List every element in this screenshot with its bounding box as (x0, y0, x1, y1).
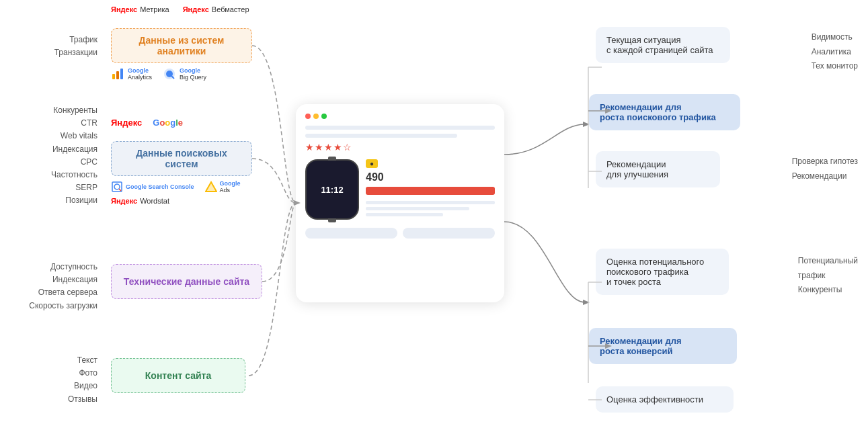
ads-icon (205, 181, 217, 193)
label-availability: Доступность (29, 261, 97, 273)
label-video: Видео (68, 380, 97, 392)
right-panel: Текущая ситуацияс каждой страницей сайта… (579, 0, 861, 428)
dot-green (321, 114, 327, 119)
mockup-stars: ★★★★☆ (305, 142, 495, 153)
right-box-4: Оценка потенциальногопоискового трафикаи… (596, 249, 729, 295)
thin-line-2 (366, 207, 469, 210)
yandex-webmaster-logo: Яндекс Вебмастер (183, 5, 249, 13)
mockup-number: 490 (366, 171, 495, 183)
google-bigquery-logo: Google Big Query (163, 67, 206, 81)
svg-rect-1 (116, 71, 119, 79)
watch-time: 11:12 (321, 185, 343, 195)
label-transactions: Транзакции (54, 46, 97, 59)
diagram: Трафик Транзакции Конкуренты CTR Web vit… (0, 0, 868, 428)
label-traffic: Трафик (54, 34, 97, 46)
footer-item-1 (305, 228, 397, 239)
label-indexation: Индексация (51, 143, 97, 156)
wordstat-logo: Яндекс Wordstat (111, 197, 241, 205)
google-text: Google (153, 118, 183, 128)
dot-yellow (313, 114, 319, 119)
search-box: Данные поисковых систем (111, 141, 252, 176)
label-cpc: CPC (51, 156, 97, 169)
label-indexation2: Индексация (29, 273, 97, 286)
tech-box: Технические данные сайта (111, 264, 262, 299)
mockup-bar (366, 187, 495, 195)
content-box: Контент сайта (111, 358, 245, 393)
google-logos-row1: Google Analytics Google Big Query (111, 67, 206, 81)
mockup-badge: ● (366, 159, 378, 168)
right-box-3-labels: Проверка гипотез Рекомендации (792, 155, 858, 183)
label-positions: Позиции (51, 194, 97, 207)
label-group-1: Трафик Транзакции (54, 34, 97, 59)
label-server-response: Ответа сервера (29, 286, 97, 299)
gsc-icon (111, 181, 123, 193)
svg-marker-11 (206, 182, 216, 191)
google-analytics-logo: Google Analytics (111, 67, 152, 81)
mockup-line-1 (305, 126, 495, 130)
center-mockup: ★★★★☆ 11:12 ● 490 (296, 104, 504, 302)
right-box-3: Рекомендациидля улучшения (596, 151, 720, 187)
thin-line-3 (366, 213, 443, 216)
label-load-speed: Скорость загрузки (29, 300, 97, 312)
right-box-1-labels: Видимость Аналитика Тех монитор (812, 30, 858, 74)
footer-item-2 (403, 228, 495, 239)
label-photo: Фото (68, 367, 97, 380)
svg-rect-2 (120, 69, 123, 79)
label-text: Текст (68, 354, 97, 367)
right-box-4-labels: Потенциальный трафик Конкуренты (798, 254, 858, 298)
svg-rect-0 (112, 74, 115, 79)
search-logos-top: Яндекс Google (111, 118, 183, 128)
mockup-line-2 (305, 134, 457, 138)
analytics-box: Данные из систем аналитики (111, 28, 252, 63)
analytics-logos: Яндекс Метрика Яндекс Вебмастер (111, 5, 249, 13)
label-webvitals: Web vitals (51, 130, 97, 142)
left-labels: Трафик Транзакции Конкуренты CTR Web vit… (0, 0, 104, 428)
mockup-dots (305, 114, 495, 119)
gsc-logo: Google Search Console (111, 181, 194, 193)
mockup-content-area: 11:12 ● 490 (305, 159, 495, 220)
yandex-search-text: Яндекс (111, 118, 142, 128)
label-group-4: Текст Фото Видео Отзывы (68, 354, 97, 406)
label-frequency: Частотность (51, 169, 97, 181)
analytics-icon (111, 67, 124, 81)
google-ads-logo: Google Ads (205, 180, 241, 194)
right-box-1: Текущая ситуацияс каждой страницей сайта (596, 27, 730, 63)
label-reviews: Отзывы (68, 393, 97, 406)
left-boxes: Яндекс Метрика Яндекс Вебмастер Данные и… (104, 0, 269, 428)
yandex-metrika-logo: Яндекс Метрика (111, 5, 169, 13)
label-group-3: Доступность Индексация Ответа сервера Ск… (29, 261, 97, 312)
mockup-footer (305, 228, 495, 239)
thin-line-1 (366, 201, 495, 204)
label-ctr: CTR (51, 117, 97, 130)
right-box-5: Рекомендации дляроста конверсий (589, 328, 737, 364)
mockup-right-side: ● 490 (366, 159, 495, 220)
mockup-thin-lines (366, 201, 495, 216)
label-competitors: Конкуренты (51, 104, 97, 117)
right-box-6: Оценка эффективности (596, 386, 734, 413)
right-box-2: Рекомендации дляроста поискового трафика (589, 94, 740, 130)
label-group-2: Конкуренты CTR Web vitals Индексация CPC… (51, 104, 97, 208)
mockup-watch: 11:12 (305, 159, 359, 220)
search-logos-bottom: Google Search Console Google Ads (111, 180, 241, 205)
bigquery-icon (163, 67, 176, 81)
label-serp: SERP (51, 181, 97, 194)
dot-red (305, 114, 311, 119)
